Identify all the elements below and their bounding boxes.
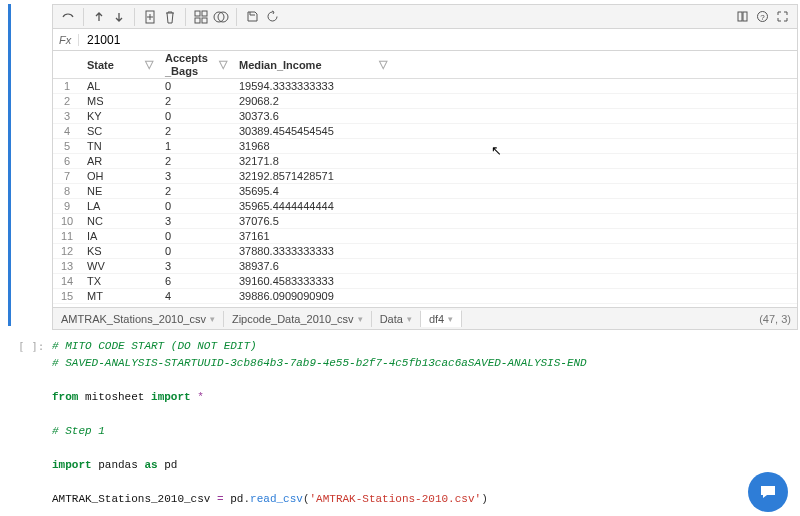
undo-redo-icon[interactable] [59,8,77,26]
svg-rect-8 [743,12,747,21]
sheet-tab[interactable]: Zipcode_Data_2010_csv▾ [224,311,372,327]
add-column-icon[interactable] [141,8,159,26]
column-header-income[interactable]: Median_Income▽ [233,58,393,71]
refresh-icon[interactable] [263,8,281,26]
table-row[interactable]: 15MT439886.0909090909 [53,289,797,304]
data-grid[interactable]: State▽ Accepts _Bags▽ Median_Income▽ 1AL… [53,51,797,307]
chat-bubble-icon[interactable] [748,472,788,512]
column-header-accepts[interactable]: Accepts _Bags▽ [159,52,233,76]
delete-icon[interactable] [161,8,179,26]
sheet-tabs: AMTRAK_Stations_2010_csv▾ Zipcode_Data_2… [53,307,797,329]
sheet-tab[interactable]: Data▾ [372,311,421,327]
header-row: State▽ Accepts _Bags▽ Median_Income▽ [53,51,797,79]
sheet-dimensions: (47, 3) [759,313,797,325]
table-row[interactable]: 2MS229068.2 [53,94,797,109]
arrow-down-icon[interactable] [110,8,128,26]
merge-icon[interactable] [212,8,230,26]
sheet-tab[interactable]: AMTRAK_Stations_2010_csv▾ [53,311,224,327]
svg-rect-1 [195,11,200,16]
table-row[interactable]: 7OH332192.8571428571 [53,169,797,184]
formula-input[interactable] [79,31,797,49]
table-row[interactable]: 14TX639160.4583333333 [53,274,797,289]
svg-rect-4 [202,18,207,23]
filter-icon[interactable]: ▽ [379,58,387,71]
table-row[interactable]: 6AR232171.8 [53,154,797,169]
table-row[interactable]: 11IA037161 [53,229,797,244]
cell-prompt: [ ]: [18,340,45,353]
mito-toolbar: ? [53,5,797,29]
column-header-state[interactable]: State▽ [81,58,159,71]
svg-rect-3 [195,18,200,23]
svg-text:?: ? [760,13,765,22]
fx-label: Fx [53,34,79,46]
save-icon[interactable] [243,8,261,26]
svg-rect-2 [202,11,207,16]
pivot-icon[interactable] [192,8,210,26]
filter-icon[interactable]: ▽ [219,58,227,70]
table-row[interactable]: 8NE235695.4 [53,184,797,199]
sheet-tab-active[interactable]: df4▾ [421,310,462,327]
table-row[interactable]: 9LA035965.4444444444 [53,199,797,214]
table-row[interactable]: 5TN131968 [53,139,797,154]
table-row[interactable]: 3KY030373.6 [53,109,797,124]
table-row[interactable]: 13WV338937.6 [53,259,797,274]
docs-icon[interactable] [733,8,751,26]
fullscreen-icon[interactable] [773,8,791,26]
table-row[interactable]: 12KS037880.3333333333 [53,244,797,259]
help-icon[interactable]: ? [753,8,771,26]
arrow-up-icon[interactable] [90,8,108,26]
table-row[interactable]: 1AL019594.3333333333 [53,79,797,94]
svg-rect-7 [738,12,742,21]
code-cell[interactable]: # MITO CODE START (DO NOT EDIT) # SAVED-… [52,338,798,516]
table-row[interactable]: 10NC337076.5 [53,214,797,229]
filter-icon[interactable]: ▽ [145,58,153,71]
table-row[interactable]: 4SC230389.4545454545 [53,124,797,139]
formula-bar: Fx [53,29,797,51]
